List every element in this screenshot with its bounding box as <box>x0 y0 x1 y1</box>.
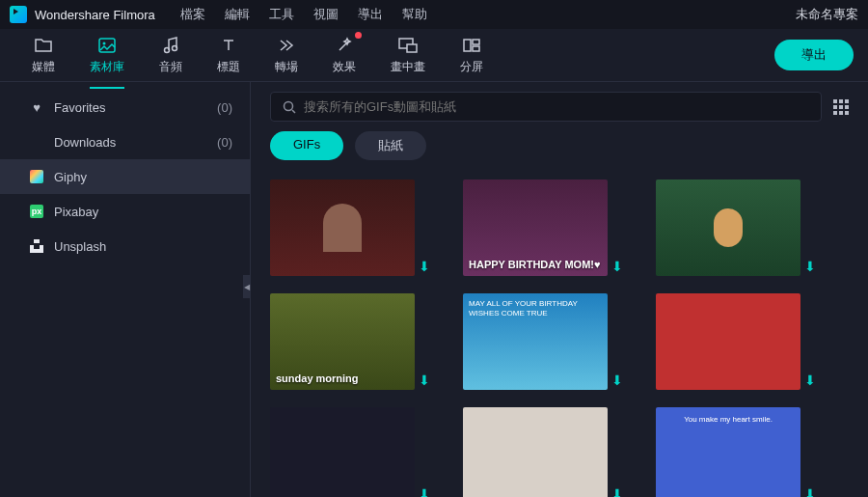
search-input[interactable] <box>304 99 809 114</box>
thumb-overlay-text: HAPPY BIRTHDAY MOM!♥ <box>469 259 601 270</box>
toolbar: 媒體 素材庫 音頻 標題 轉場 效果 畫中畫 分屏 <box>0 29 868 82</box>
gif-thumb[interactable]: sunday morning⬇ <box>270 293 415 390</box>
tab-audio[interactable]: 音頻 <box>142 30 200 81</box>
gif-thumb[interactable]: MAY ALL OF YOUR BIRTHDAY WISHES COME TRU… <box>463 293 608 390</box>
unsplash-icon <box>29 238 44 254</box>
pixabay-icon: px <box>29 204 44 219</box>
filter-stickers[interactable]: 貼紙 <box>355 131 426 160</box>
gif-thumb[interactable]: ⬇ <box>270 179 415 276</box>
menu-tools[interactable]: 工具 <box>269 6 294 23</box>
image-icon <box>97 36 117 55</box>
content: ♥ Favorites (0) Downloads (0) Giphy px P… <box>0 82 868 497</box>
svg-point-3 <box>173 45 177 50</box>
thumb-image <box>656 179 800 276</box>
search-icon <box>283 100 296 114</box>
main-menu: 檔案 編輯 工具 視圖 導出 幫助 <box>180 6 788 23</box>
download-icon[interactable]: ⬇ <box>804 259 818 272</box>
thumb-image <box>656 293 800 390</box>
project-name: 未命名專案 <box>796 6 858 23</box>
sidebar-label: Favorites <box>54 100 105 115</box>
giphy-icon <box>29 169 44 184</box>
gallery-row: ⬇ ⬇ You make my heart smile.⬇ <box>270 407 849 497</box>
gif-thumb[interactable]: ⬇ <box>656 293 800 390</box>
tab-effects[interactable]: 效果 <box>315 30 373 81</box>
download-icon[interactable]: ⬇ <box>419 259 432 272</box>
svg-rect-8 <box>473 46 479 51</box>
grid-view-icon[interactable] <box>833 99 849 115</box>
thumb-image: HAPPY BIRTHDAY MOM!♥ <box>463 179 608 276</box>
search-row <box>251 82 868 131</box>
app-title: Wondershare Filmora <box>35 8 155 22</box>
sidebar-label: Unsplash <box>54 239 106 254</box>
svg-point-9 <box>285 101 293 110</box>
main-panel: ◀ GIFs 貼紙 ⬇ HAPPY BIRTHDAY MOM!♥⬇ ⬇ sund… <box>251 82 868 497</box>
download-icon[interactable]: ⬇ <box>611 259 625 272</box>
downloads-count: (0) <box>217 135 232 150</box>
tab-media[interactable]: 媒體 <box>14 30 72 81</box>
tool-tabs: 媒體 素材庫 音頻 標題 轉場 效果 畫中畫 分屏 <box>14 30 501 81</box>
download-icon[interactable]: ⬇ <box>804 373 818 386</box>
thumb-overlay-text: sunday morning <box>276 373 359 384</box>
tab-titles[interactable]: 標題 <box>200 30 258 81</box>
sidebar-label: Giphy <box>54 170 87 184</box>
filter-gifs[interactable]: GIFs <box>270 131 343 160</box>
blank-icon <box>29 134 44 150</box>
export-button[interactable]: 導出 <box>774 40 854 70</box>
thumb-image: MAY ALL OF YOUR BIRTHDAY WISHES COME TRU… <box>463 293 608 390</box>
svg-point-1 <box>103 41 106 44</box>
favorites-count: (0) <box>217 100 232 115</box>
filter-row: GIFs 貼紙 <box>251 131 868 172</box>
gif-thumb[interactable]: HAPPY BIRTHDAY MOM!♥⬇ <box>463 179 608 276</box>
menu-export[interactable]: 導出 <box>358 6 383 23</box>
menu-file[interactable]: 檔案 <box>180 6 205 23</box>
app-logo-icon <box>10 6 27 23</box>
wand-icon <box>335 36 354 55</box>
effects-badge-icon <box>355 32 362 39</box>
sidebar-item-favorites[interactable]: ♥ Favorites (0) <box>0 90 250 124</box>
gif-thumb[interactable]: ⬇ <box>270 407 415 497</box>
download-icon[interactable]: ⬇ <box>419 486 432 497</box>
thumb-image <box>463 407 608 497</box>
thumb-image: sunday morning <box>270 293 415 390</box>
tab-transitions[interactable]: 轉場 <box>258 30 315 81</box>
svg-rect-6 <box>464 40 471 51</box>
sidebar-label: Downloads <box>54 135 116 150</box>
sidebar-item-unsplash[interactable]: Unsplash <box>0 229 250 263</box>
titlebar: Wondershare Filmora 檔案 編輯 工具 視圖 導出 幫助 未命… <box>0 0 868 29</box>
menu-edit[interactable]: 編輯 <box>225 6 250 23</box>
search-box[interactable] <box>270 92 822 122</box>
tab-stock[interactable]: 素材庫 <box>72 30 142 81</box>
svg-rect-7 <box>473 40 479 44</box>
pip-icon <box>398 36 418 55</box>
text-icon <box>219 36 238 55</box>
menu-view[interactable]: 視圖 <box>313 6 339 23</box>
svg-point-2 <box>165 47 170 52</box>
split-icon <box>462 36 481 55</box>
gallery-row: sunday morning⬇ MAY ALL OF YOUR BIRTHDAY… <box>270 293 849 390</box>
sidebar-item-pixabay[interactable]: px Pixabay <box>0 194 250 229</box>
thumb-image <box>270 407 415 497</box>
gif-thumb[interactable]: You make my heart smile.⬇ <box>656 407 800 497</box>
thumb-image: You make my heart smile. <box>656 407 800 497</box>
sidebar: ♥ Favorites (0) Downloads (0) Giphy px P… <box>0 82 251 497</box>
tab-split[interactable]: 分屏 <box>443 30 501 81</box>
folder-icon <box>34 36 53 55</box>
gif-thumb[interactable]: ⬇ <box>656 179 800 276</box>
gallery-row: ⬇ HAPPY BIRTHDAY MOM!♥⬇ ⬇ <box>270 179 849 276</box>
sidebar-item-giphy[interactable]: Giphy <box>0 159 250 194</box>
collapse-handle[interactable]: ◀ <box>243 275 251 298</box>
transition-icon <box>277 36 296 55</box>
gallery[interactable]: ⬇ HAPPY BIRTHDAY MOM!♥⬇ ⬇ sunday morning… <box>251 172 868 497</box>
menu-help[interactable]: 幫助 <box>402 6 427 23</box>
download-icon[interactable]: ⬇ <box>611 373 625 386</box>
gif-thumb[interactable]: ⬇ <box>463 407 608 497</box>
music-icon <box>161 36 180 55</box>
download-icon[interactable]: ⬇ <box>804 486 818 497</box>
download-icon[interactable]: ⬇ <box>419 373 432 386</box>
tab-pip[interactable]: 畫中畫 <box>373 30 443 81</box>
thumb-overlay-text: You make my heart smile. <box>656 415 800 425</box>
download-icon[interactable]: ⬇ <box>611 486 625 497</box>
sidebar-item-downloads[interactable]: Downloads (0) <box>0 124 250 159</box>
sidebar-label: Pixabay <box>54 205 98 219</box>
thumb-overlay-text: MAY ALL OF YOUR BIRTHDAY WISHES COME TRU… <box>469 299 608 318</box>
